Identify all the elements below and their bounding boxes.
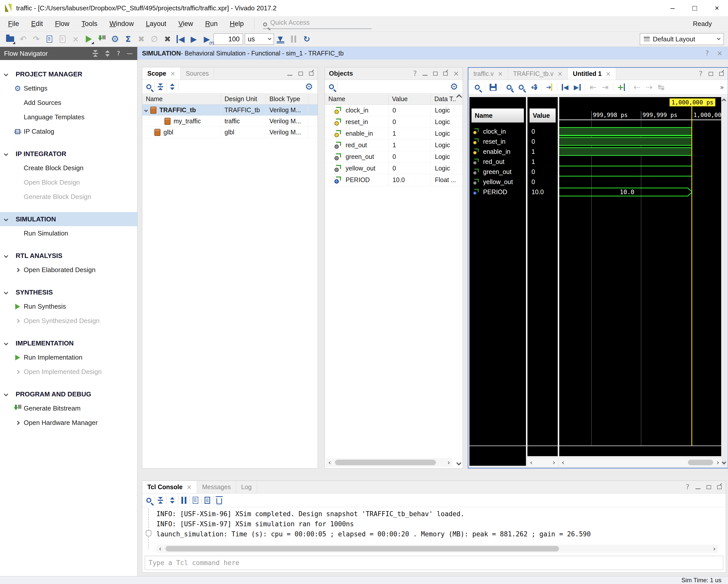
table-row[interactable]: red_out 1Logic [325, 139, 463, 151]
scroll-up-icon[interactable] [722, 99, 726, 103]
sidebar-item-generate-block-design[interactable]: Generate Block Design [0, 190, 137, 204]
report-button[interactable]: Σ [122, 32, 135, 46]
breakpoint-button[interactable]: ✖ [135, 32, 148, 46]
minimize-button[interactable]: – [661, 0, 684, 16]
sidebar-item-generate-bitstream[interactable]: Generate Bitstream [0, 401, 137, 416]
relaunch-sim-button[interactable]: ⇥ [599, 81, 611, 93]
table-row[interactable]: enable_in 1Logic [325, 128, 463, 139]
open-project-button[interactable] [3, 32, 17, 46]
wave-signal-name[interactable]: PERIOD [472, 187, 507, 197]
table-row[interactable]: TRAFFIC_tb TRAFFIC_tb Verilog M... [142, 105, 318, 116]
table-row[interactable]: reset_in 0Logic [325, 116, 463, 128]
close-icon[interactable]: × [498, 70, 503, 77]
menu-flow[interactable]: Flow [49, 16, 75, 31]
scroll-right-icon[interactable]: › [445, 459, 452, 466]
table-row[interactable]: PERIOD 10.0Float ... [325, 174, 463, 186]
close-icon[interactable]: × [606, 70, 611, 77]
wave-canvas[interactable]: 1,000,000 ps 999,998 ps 999,999 ps 1,000… [559, 97, 722, 456]
table-row[interactable]: yellow_out 0Logic [325, 163, 463, 174]
help-icon[interactable]: ? [705, 49, 709, 57]
scroll-down-icon[interactable] [456, 460, 461, 466]
minimize-panel-icon[interactable]: — [127, 50, 133, 57]
save-waveform-button[interactable] [487, 81, 499, 93]
maximize-panel-icon[interactable] [707, 485, 711, 489]
restart-simulation-button[interactable]: ◀ [174, 32, 187, 46]
gear-icon[interactable]: ⚙ [450, 82, 458, 91]
time-cursor[interactable] [692, 106, 692, 446]
zoom-out-button[interactable]: − [515, 81, 527, 93]
sidebar-item-run-implementation[interactable]: Run Implementation [0, 350, 137, 365]
sidebar-item-language-templates[interactable]: Language Templates [0, 110, 137, 124]
scroll-right-icon[interactable]: › [710, 545, 718, 553]
tcl-command-input[interactable] [149, 559, 723, 566]
tab-untitled-1[interactable]: Untitled 1× [568, 68, 616, 80]
sidebar-item-open-block-design[interactable]: Open Block Design [0, 175, 137, 190]
sidebar-item-open-synthesized-design[interactable]: Open Synthesized Design [0, 314, 137, 328]
settings-button[interactable]: ⚙ [108, 32, 122, 46]
tab-log[interactable]: Log [236, 481, 257, 493]
copy-icon[interactable] [193, 497, 198, 504]
add-marker-button[interactable]: + [615, 81, 627, 93]
time-unit-select[interactable]: us [245, 33, 274, 45]
table-row[interactable]: green_out 0Logic [325, 151, 463, 163]
section-header-rtl-analysis[interactable]: RTL ANALYSIS [0, 249, 137, 263]
scroll-left-icon[interactable]: ‹ [326, 459, 334, 466]
section-header-project-manager[interactable]: PROJECT MANAGER [0, 67, 137, 81]
scrollbar-thumb[interactable] [165, 546, 559, 552]
horizontal-scrollbar[interactable]: ‹ › [326, 458, 452, 467]
section-header-implementation[interactable]: IMPLEMENTATION [0, 336, 137, 350]
relaunch-setup-button[interactable]: ⇤ [587, 81, 599, 93]
menu-tools[interactable]: Tools [75, 16, 103, 31]
simulation-time-input[interactable] [213, 33, 243, 45]
float-panel-icon[interactable] [717, 485, 722, 489]
float-panel-icon[interactable] [443, 72, 448, 76]
scroll-left-icon[interactable]: ‹ [527, 459, 535, 466]
menu-file[interactable]: File [2, 16, 25, 31]
horizontal-scrollbar[interactable]: ‹ › [527, 458, 558, 467]
menu-view[interactable]: View [172, 16, 199, 31]
sidebar-item-open-implemented-design[interactable]: Open Implemented Design [0, 365, 137, 379]
search-icon[interactable] [146, 498, 151, 503]
wave-signal-name[interactable]: clock_in [472, 126, 506, 136]
wave-signal-name[interactable]: yellow_out [472, 177, 513, 187]
scroll-down-icon[interactable] [722, 460, 726, 464]
search-icon[interactable] [329, 84, 334, 89]
maximize-button[interactable]: □ [684, 0, 706, 16]
trash-icon[interactable] [216, 498, 222, 504]
run-all-button[interactable]: ▶ [187, 32, 200, 46]
wave-value-header[interactable]: Value [529, 108, 556, 123]
zoom-fit-button[interactable]: ↔↕ [527, 81, 539, 93]
scroll-left-icon[interactable]: ‹ [156, 545, 164, 553]
collapse-all-icon[interactable] [93, 50, 98, 57]
table-row[interactable]: my_traffic traffic Verilog M... [142, 116, 318, 127]
column-header-value[interactable]: Value [388, 94, 431, 104]
wave-signal-name[interactable]: green_out [472, 167, 512, 177]
generate-bitstream-button[interactable] [95, 32, 108, 46]
table-row[interactable]: glbl glbl Verilog M... [142, 127, 318, 138]
help-icon[interactable]: ? [685, 484, 690, 491]
sidebar-item-create-block-design[interactable]: Create Block Design [0, 161, 137, 175]
wave-signal-name[interactable]: red_out [472, 157, 504, 167]
more-tools-button[interactable]: » [716, 81, 728, 93]
span-button[interactable]: ↹ [655, 81, 667, 93]
tab-messages[interactable]: Messages [197, 481, 236, 493]
horizontal-scrollbar[interactable]: ‹ › [156, 545, 718, 553]
collapse-all-icon[interactable] [158, 497, 163, 504]
close-button[interactable]: × [706, 0, 728, 16]
close-icon[interactable]: × [557, 70, 563, 77]
help-icon[interactable]: ? [413, 70, 417, 77]
scroll-right-icon[interactable]: › [550, 459, 558, 466]
swap-left-button[interactable]: ⇠ [631, 81, 643, 93]
expand-all-icon[interactable] [170, 83, 175, 90]
expand-all-icon[interactable] [105, 50, 110, 57]
section-header-program-and-debug[interactable]: PROGRAM AND DEBUG [0, 387, 137, 401]
tab-traffic-v[interactable]: traffic.v× [468, 68, 508, 80]
help-icon[interactable]: ? [117, 50, 120, 57]
minimize-panel-icon[interactable] [422, 72, 427, 76]
maximize-panel-icon[interactable] [298, 72, 303, 76]
maximize-panel-icon[interactable] [433, 72, 438, 76]
go-to-cursor-button[interactable]: ➔ [543, 81, 555, 93]
quick-access-search[interactable]: Quick Access [263, 19, 371, 29]
step-button[interactable] [274, 32, 287, 46]
minimize-panel-icon[interactable] [696, 485, 701, 489]
